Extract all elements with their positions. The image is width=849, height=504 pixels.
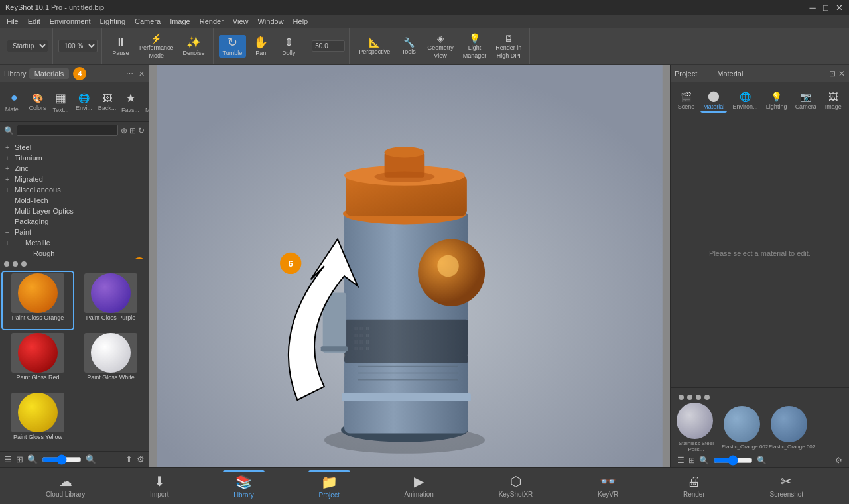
bottom-import[interactable]: ⬇ Import xyxy=(139,471,179,501)
right-grid-icon[interactable]: ⊞ xyxy=(688,456,695,465)
right-settings-icon[interactable]: ⚙ xyxy=(835,456,842,465)
strip-plastic-orange-2[interactable]: Plastic_Orange.002... xyxy=(769,406,812,450)
render-label: Render in xyxy=(495,44,521,51)
bottom-cloud-library[interactable]: ☁ Cloud Library xyxy=(35,471,96,501)
search-filter-icon[interactable]: ⊞ xyxy=(129,126,136,135)
tab-materials[interactable]: ● Mate... xyxy=(3,90,26,114)
bottom-keyshotxr[interactable]: ⬡ KeyShotXR xyxy=(488,471,544,501)
mat-red[interactable]: Paint Gloss Red xyxy=(3,332,73,389)
tree-item-moldtech[interactable]: Mold-Tech xyxy=(0,195,149,206)
render-input[interactable] xyxy=(312,40,345,52)
bottom-screenshot[interactable]: ✂ Screenshot xyxy=(759,471,815,501)
right-size-slider[interactable] xyxy=(713,455,753,466)
workspace-group: Startup xyxy=(3,28,53,64)
tree-item-packaging[interactable]: Packaging xyxy=(0,216,149,227)
dot-1 xyxy=(4,261,9,267)
geometry-view-button[interactable]: ◈ Geometry View xyxy=(423,32,458,60)
workspace-select[interactable]: Startup xyxy=(7,40,48,52)
right-list-icon[interactable]: ☰ xyxy=(677,456,685,465)
tab-camera[interactable]: 📷 Camera xyxy=(793,90,819,111)
tab-backplates[interactable]: 🖼 Back... xyxy=(96,92,119,113)
panel-options-icon[interactable]: ⋯ xyxy=(126,70,133,78)
panel-close-icon[interactable]: ✕ xyxy=(139,70,145,78)
tab-lighting[interactable]: 💡 Lighting xyxy=(763,90,790,111)
mat-purple[interactable]: Paint Gloss Purple xyxy=(76,272,146,329)
tab-material[interactable]: ⬤ Material xyxy=(700,88,727,113)
search-input[interactable] xyxy=(17,125,118,136)
mat-orange[interactable]: Paint Gloss Orange xyxy=(3,272,73,329)
menu-render[interactable]: Render xyxy=(196,17,228,26)
menu-lighting[interactable]: Lighting xyxy=(96,17,129,26)
tab-favorites[interactable]: ★ Favs... xyxy=(119,90,142,115)
light-manager-button[interactable]: 💡 Light Manager xyxy=(459,32,491,60)
search-add-icon[interactable]: ⊕ xyxy=(121,126,127,135)
right-panel-header: Project Material ⊡ ✕ xyxy=(671,65,849,82)
bottom-project[interactable]: 📁 Project xyxy=(308,470,350,501)
tree-item-misc[interactable]: + Miscellaneous xyxy=(0,184,149,195)
tree-item-zinc[interactable]: + Zinc xyxy=(0,163,149,174)
perspective-button[interactable]: 📐 Perspective xyxy=(355,36,394,56)
menu-environment[interactable]: Environment xyxy=(46,17,95,26)
pan-button[interactable]: ✋ Pan xyxy=(247,35,274,58)
render-highdpi-button[interactable]: 🖥 Render in High DPI xyxy=(491,32,525,60)
menu-window[interactable]: Window xyxy=(253,17,287,26)
tree-item-migrated[interactable]: + Migrated xyxy=(0,174,149,184)
strip-steel[interactable]: Stainless Steel Polis... xyxy=(675,403,718,452)
tab-environments[interactable]: 🌐 Envi... xyxy=(72,92,96,113)
tree-item-steel[interactable]: + Steel xyxy=(0,142,149,153)
left-upload-icon[interactable]: ⬆ xyxy=(125,454,133,464)
left-list-icon[interactable]: ☰ xyxy=(4,454,12,464)
mat-yellow[interactable]: Paint Gloss Yellow xyxy=(3,391,73,448)
right-search-icon[interactable]: 🔍 xyxy=(699,456,709,465)
left-settings-icon[interactable]: ⚙ xyxy=(137,454,145,464)
tree-item-paint[interactable]: − Paint xyxy=(0,227,149,237)
mat-purple-label: Paint Gloss Purple xyxy=(86,314,136,321)
tab-image[interactable]: 🖼 Image xyxy=(822,90,845,111)
right-expand-icon[interactable]: ⊡ xyxy=(829,69,836,78)
tree-item-titanium[interactable]: + Titanium xyxy=(0,153,149,163)
library-tree: + Steel + Titanium + Zinc + Migrated + M… xyxy=(0,139,149,259)
mat-white[interactable]: Paint Gloss White xyxy=(76,332,146,389)
mat-red-swatch xyxy=(11,333,64,373)
tools-button[interactable]: 🔧 Tools xyxy=(395,36,422,56)
dot-3 xyxy=(21,261,27,267)
tab-scene[interactable]: 🎬 Scene xyxy=(675,90,698,111)
right-close-icon[interactable]: ✕ xyxy=(838,69,845,78)
menu-edit[interactable]: Edit xyxy=(24,17,44,26)
menu-file[interactable]: File xyxy=(3,17,23,26)
search-refresh-icon[interactable]: ↻ xyxy=(138,126,145,135)
zoom-select[interactable]: 100 % xyxy=(58,40,98,52)
bottom-library[interactable]: 📚 Library xyxy=(223,470,265,501)
denoise-button[interactable]: ✨ Denoise xyxy=(179,35,209,58)
bottom-keyvr[interactable]: 👓 KeyVR xyxy=(587,471,629,501)
tab-environment[interactable]: 🌐 Environ... xyxy=(730,90,761,111)
size-slider[interactable] xyxy=(42,454,82,465)
maximize-button[interactable]: □ xyxy=(821,3,830,12)
viewport[interactable]: |||| |||| |||| |||| |||| |||| |||| |||| … xyxy=(149,65,670,467)
tumble-button[interactable]: ↻ Tumble xyxy=(219,35,247,58)
menu-view[interactable]: View xyxy=(229,17,253,26)
pause-button[interactable]: ⏸ Pause xyxy=(107,35,134,58)
tree-item-rough[interactable]: Rough xyxy=(0,248,149,259)
tab-colors[interactable]: 🎨 Colors xyxy=(26,92,49,113)
menu-help[interactable]: Help xyxy=(289,17,312,26)
left-zoom-icon[interactable]: 🔍 xyxy=(86,454,96,464)
menu-camera[interactable]: Camera xyxy=(131,17,164,26)
strip-plastic-orange-1[interactable]: Plastic_Orange.002... xyxy=(722,406,765,450)
left-grid-icon[interactable]: ⊞ xyxy=(16,454,23,464)
dolly-button[interactable]: ⇕ Dolly xyxy=(275,35,302,58)
menu-image[interactable]: Image xyxy=(166,17,194,26)
dot-2 xyxy=(13,261,18,267)
tree-item-metallic[interactable]: + Metallic xyxy=(0,237,149,248)
minimize-button[interactable]: ─ xyxy=(808,3,817,12)
tree-item-multilayer[interactable]: Multi-Layer Optics xyxy=(0,206,149,216)
pause-label: Pause xyxy=(112,50,129,56)
materials-tab[interactable]: Materials xyxy=(29,68,70,79)
bottom-animation[interactable]: ▶ Animation xyxy=(393,471,444,501)
close-button[interactable]: ✕ xyxy=(834,3,844,12)
left-search-icon[interactable]: 🔍 xyxy=(27,454,38,464)
bottom-render[interactable]: 🖨 Render xyxy=(673,472,716,501)
right-zoom-icon[interactable]: 🔍 xyxy=(757,456,767,465)
tab-textures[interactable]: ▦ Text... xyxy=(49,90,72,115)
performance-mode-button[interactable]: ⚡ Performance Mode xyxy=(135,32,178,60)
